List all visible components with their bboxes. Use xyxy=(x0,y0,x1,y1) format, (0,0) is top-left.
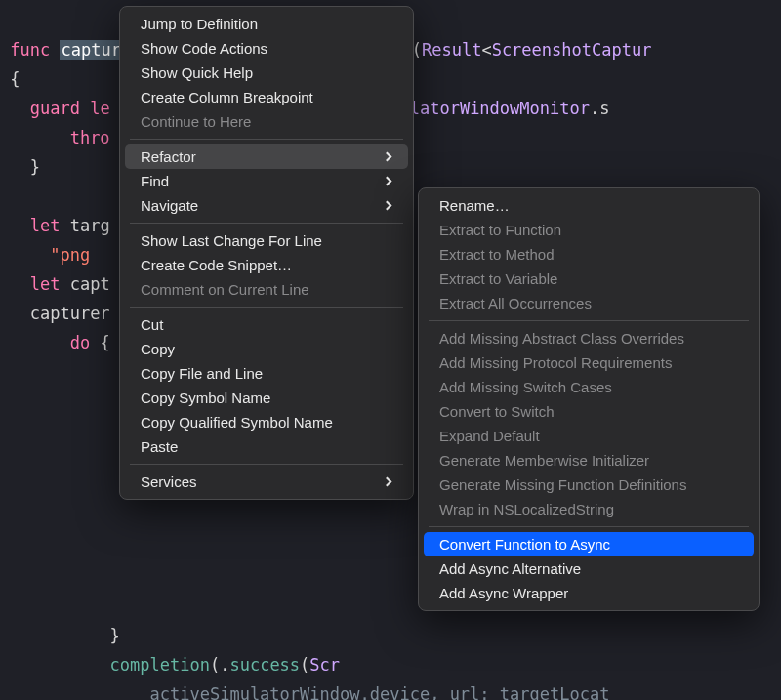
submenu-rename[interactable]: Rename… xyxy=(424,193,754,218)
context-menu[interactable]: Jump to Definition Show Code Actions Sho… xyxy=(119,6,414,500)
menu-continue-here: Continue to Here xyxy=(125,109,408,134)
menu-separator xyxy=(130,139,403,140)
submenu-extract-function: Extract to Function xyxy=(424,218,754,242)
type-result: Result xyxy=(422,40,481,60)
menu-copy[interactable]: Copy xyxy=(125,337,408,361)
menu-separator xyxy=(429,526,749,527)
menu-copy-file-line[interactable]: Copy File and Line xyxy=(125,361,408,386)
menu-find[interactable]: Find xyxy=(125,169,408,193)
submenu-abstract-overrides: Add Missing Abstract Class Overrides xyxy=(424,326,754,350)
menu-refactor[interactable]: Refactor xyxy=(125,144,408,169)
fn-completion: completion xyxy=(110,655,210,675)
chevron-right-icon xyxy=(383,201,392,211)
menu-code-actions[interactable]: Show Code Actions xyxy=(125,36,408,61)
chevron-right-icon xyxy=(383,477,392,487)
menu-cut[interactable]: Cut xyxy=(125,312,408,337)
chevron-right-icon xyxy=(383,152,392,162)
menu-services[interactable]: Services xyxy=(125,470,408,494)
submenu-extract-variable: Extract to Variable xyxy=(424,267,754,291)
menu-column-breakpoint[interactable]: Create Column Breakpoint xyxy=(125,85,408,109)
menu-comment-line: Comment on Current Line xyxy=(125,277,408,302)
menu-last-change[interactable]: Show Last Change For Line xyxy=(125,228,408,253)
submenu-extract-all: Extract All Occurrences xyxy=(424,291,754,315)
menu-quick-help[interactable]: Show Quick Help xyxy=(125,61,408,85)
submenu-wrap-nslocalized: Wrap in NSLocalizedString xyxy=(424,497,754,521)
menu-separator xyxy=(130,464,403,465)
menu-create-snippet[interactable]: Create Code Snippet… xyxy=(125,253,408,277)
submenu-switch-cases: Add Missing Switch Cases xyxy=(424,375,754,399)
menu-copy-qualified-symbol[interactable]: Copy Qualified Symbol Name xyxy=(125,410,408,434)
menu-jump-definition[interactable]: Jump to Definition xyxy=(125,12,408,36)
menu-separator xyxy=(429,320,749,321)
submenu-missing-functions: Generate Missing Function Definitions xyxy=(424,473,754,497)
submenu-async-alternative[interactable]: Add Async Alternative xyxy=(424,556,754,581)
submenu-convert-switch: Convert to Switch xyxy=(424,399,754,424)
submenu-expand-default: Expand Default xyxy=(424,424,754,448)
menu-paste[interactable]: Paste xyxy=(125,434,408,459)
chevron-right-icon xyxy=(383,177,392,186)
menu-navigate[interactable]: Navigate xyxy=(125,193,408,218)
refactor-submenu[interactable]: Rename… Extract to Function Extract to M… xyxy=(418,187,760,611)
menu-copy-symbol[interactable]: Copy Symbol Name xyxy=(125,386,408,410)
menu-separator xyxy=(130,307,403,308)
submenu-async-wrapper[interactable]: Add Async Wrapper xyxy=(424,581,754,605)
submenu-protocol-reqs: Add Missing Protocol Requirements xyxy=(424,350,754,375)
submenu-memberwise-init: Generate Memberwise Initializer xyxy=(424,448,754,473)
menu-separator xyxy=(130,223,403,224)
type-screenshot: ScreenshotCaptur xyxy=(492,40,652,60)
keyword-func: func xyxy=(10,40,50,60)
submenu-convert-async[interactable]: Convert Function to Async xyxy=(424,532,754,556)
submenu-extract-method: Extract to Method xyxy=(424,242,754,267)
